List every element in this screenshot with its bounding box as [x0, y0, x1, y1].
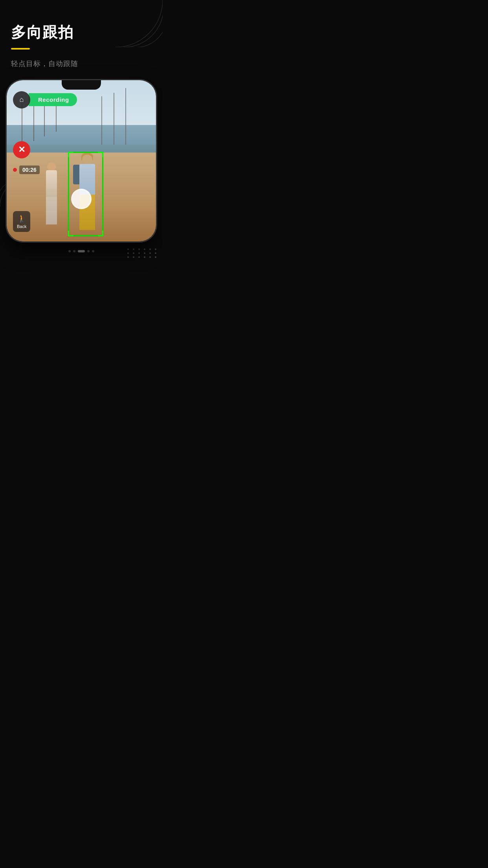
- header-section: 多向跟拍 轻点目标，自动跟随: [0, 0, 163, 76]
- phone-notch: [62, 80, 101, 90]
- back-walk-icon: 🚶: [17, 214, 26, 223]
- flag-pole-1: [125, 88, 126, 145]
- tracking-corner-tr: [98, 152, 103, 157]
- timer-badge: 00:26: [13, 166, 40, 174]
- page-title: 多向跟拍: [11, 24, 152, 42]
- woman-body: [46, 170, 57, 198]
- home-button[interactable]: ⌂: [13, 91, 30, 108]
- flag-pole-2: [114, 93, 114, 144]
- page-container: 多向跟拍 轻点目标，自动跟随: [0, 0, 163, 289]
- subtitle: 轻点目标，自动跟随: [11, 59, 152, 68]
- tracking-corner-tl: [68, 152, 73, 157]
- tracking-corner-bl: [68, 231, 73, 236]
- page-dot-2[interactable]: [73, 250, 75, 252]
- woman-legs: [46, 197, 57, 224]
- home-icon: ⌂: [20, 96, 24, 104]
- flag-pole-3: [101, 96, 102, 145]
- back-label: Back: [17, 224, 26, 229]
- recording-label: Recording: [29, 93, 77, 106]
- person-woman: [40, 162, 63, 225]
- woman-head: [47, 162, 56, 171]
- pagination-dots: [0, 250, 163, 259]
- camera-viewfinder: ⌂ Recording ✕ 00:26 🚶 Ba: [7, 80, 156, 241]
- timer-display: 00:26: [19, 166, 40, 174]
- back-button[interactable]: 🚶 Back: [13, 211, 30, 232]
- timer-recording-dot: [13, 168, 17, 172]
- page-dot-4[interactable]: [87, 250, 90, 252]
- shutter-button[interactable]: [71, 189, 92, 209]
- close-button[interactable]: ✕: [13, 141, 30, 158]
- page-dot-3[interactable]: [78, 250, 85, 252]
- phone-shell: ⌂ Recording ✕ 00:26 🚶 Ba: [7, 80, 156, 241]
- page-dot-5[interactable]: [92, 250, 94, 252]
- close-icon: ✕: [18, 145, 25, 154]
- recording-badge: ⌂ Recording: [13, 91, 77, 108]
- page-dot-1[interactable]: [68, 250, 71, 252]
- title-underline: [11, 48, 30, 50]
- tracking-corner-br: [98, 231, 103, 236]
- phone-mockup-wrapper: ⌂ Recording ✕ 00:26 🚶 Ba: [0, 80, 163, 245]
